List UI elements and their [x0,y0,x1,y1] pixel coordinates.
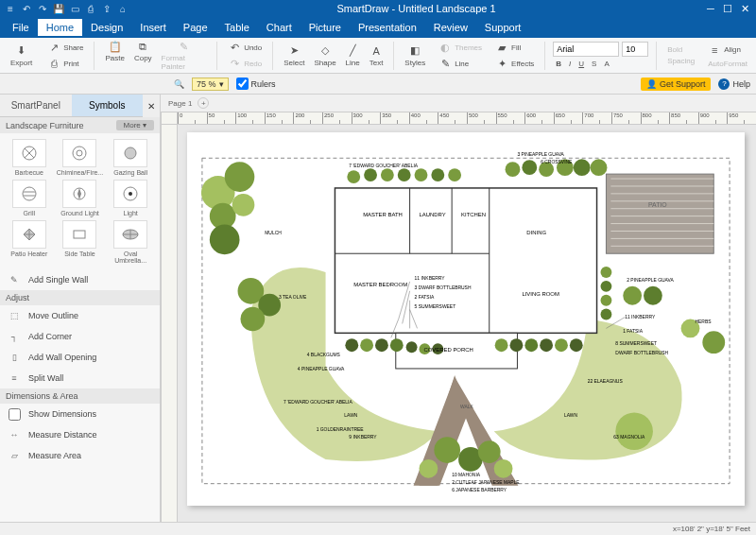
select-button[interactable]: ➤Select [281,43,307,68]
svg-text:11 INKBERRY: 11 INKBERRY [415,276,446,281]
bold-button[interactable]: B [553,59,564,69]
menu-presentation[interactable]: Presentation [350,19,425,36]
split-icon: ≡ [8,371,21,385]
move-outline[interactable]: ⬚Move Outline [0,305,160,326]
new-icon[interactable]: ▭ [68,2,81,15]
qat-menu-icon[interactable]: ≡ [4,2,17,15]
panel-close-button[interactable]: ✕ [143,95,160,117]
rulers-toggle[interactable]: Rulers [236,78,276,90]
add-corner[interactable]: ┐Add Corner [0,326,160,347]
zoom-level[interactable]: 75 %▾ [192,78,229,91]
symbol-gazing-ball[interactable]: Gazing Ball [107,139,154,176]
align-button[interactable]: ≡Align [705,43,750,58]
styles-button[interactable]: ◧Styles [402,43,428,68]
svg-text:22 ELAEAGNUS: 22 ELAEAGNUS [588,379,624,384]
fontsize-select[interactable] [622,42,648,57]
show-dimensions[interactable]: Show Dimensions [0,404,160,424]
svg-point-74 [644,286,662,305]
rulers-checkbox[interactable] [236,78,249,90]
landscape-drawing[interactable]: MASTER BATH LAUNDRY KITCHEN DINING MASTE… [195,140,737,498]
tab-smartpanel[interactable]: SmartPanel [0,95,72,117]
symbol-oval-umbrella[interactable]: Oval Umbrella... [107,220,154,264]
undo-button[interactable]: ↶Undo [225,40,265,55]
redo-icon[interactable]: ↷ [36,2,49,15]
add-wall-opening[interactable]: ▯Add Wall Opening [0,347,160,368]
minimize-button[interactable]: ─ [703,2,718,15]
svg-text:4 PINEAPPLE GUAVA: 4 PINEAPPLE GUAVA [298,367,345,371]
menu-home[interactable]: Home [38,19,82,36]
home-icon[interactable]: ⌂ [116,2,129,15]
print-button[interactable]: ⎙Print [44,56,86,71]
print-icon[interactable]: ⎙ [84,2,97,15]
redo-button[interactable]: ↷Redo [225,56,265,71]
menu-insert[interactable]: Insert [131,19,175,36]
menu-review[interactable]: Review [425,19,476,36]
symbol-side-table[interactable]: Side Table [57,220,104,264]
strike-button[interactable]: S [589,59,599,69]
more-button[interactable]: More ▾ [116,120,154,130]
menu-chart[interactable]: Chart [258,19,301,36]
svg-point-45 [448,168,461,181]
copy-button[interactable]: ⧉Copy [131,39,155,72]
autoformat-button[interactable]: AutoFormat [705,59,750,69]
share-button[interactable]: ↗Share [44,40,86,55]
zoom-search-icon[interactable]: 🔍 [174,79,184,89]
fill-button[interactable]: ▰Fill [492,40,537,55]
add-single-wall[interactable]: ✎Add Single Wall [0,269,160,290]
copy-icon: ⧉ [136,40,149,53]
italic-button[interactable]: I [566,59,574,69]
menu-page[interactable]: Page [175,19,216,36]
ruler-icon: ↔ [8,428,21,441]
measure-area[interactable]: ▱Measure Area [0,445,160,466]
paste-button[interactable]: 📋Paste [102,39,127,72]
font-select[interactable] [553,42,619,57]
symbol-patio-heater[interactable]: Patio Heater [6,220,53,264]
menu-support[interactable]: Support [476,19,530,36]
close-button[interactable]: ✕ [737,2,752,15]
symbol-ground-light[interactable]: Ground Light [57,180,104,216]
symbol-light[interactable]: Light [107,180,154,216]
undo-icon[interactable]: ↶ [20,2,33,15]
canvas-viewport[interactable]: MASTER BATH LAUNDRY KITCHEN DINING MASTE… [178,125,756,522]
save-icon[interactable]: 💾 [52,2,65,15]
shape-button[interactable]: ◇Shape [311,43,338,68]
format-painter-button[interactable]: ✎Format Painter [159,39,210,72]
add-page-button[interactable]: + [198,97,209,109]
line-button[interactable]: ╱Line [343,43,363,68]
menu-picture[interactable]: Picture [301,19,350,36]
menu-table[interactable]: Table [216,19,258,36]
svg-point-54 [240,307,265,332]
help-button[interactable]: ?Help [718,78,750,90]
canvas-page[interactable]: MASTER BATH LAUNDRY KITCHEN DINING MASTE… [187,132,745,506]
coordinates: x=108' 2" y=18' 5" Feet [673,525,750,533]
text-button[interactable]: AText [367,43,387,68]
tab-symbols[interactable]: Symbols [72,95,144,117]
svg-text:10 MAHONIA: 10 MAHONIA [452,473,481,477]
fontcolor-button[interactable]: A [601,59,611,69]
spacing-button[interactable]: Spacing [664,56,697,66]
split-wall[interactable]: ≡Split Wall [0,368,160,388]
underline-button[interactable]: U [576,59,587,69]
maximize-button[interactable]: ☐ [720,2,735,15]
svg-point-51 [591,159,608,176]
symbol-barbecue[interactable]: Barbecue [6,139,53,176]
adjust-header: Adjust [0,290,160,305]
symbol-chiminea[interactable]: Chiminea/Fire... [57,139,104,176]
export-icon[interactable]: ⇪ [100,2,113,15]
menu-file[interactable]: File [4,19,38,36]
svg-text:LAWN: LAWN [564,413,578,418]
get-support-button[interactable]: 👤Get Support [641,78,712,91]
menu-design[interactable]: Design [82,19,131,36]
svg-text:5 SUMMERSWEET: 5 SUMMERSWEET [415,304,456,309]
export-button[interactable]: ⬇Export [8,43,35,68]
themes-button[interactable]: ◐Themes [436,40,485,55]
line-style-button[interactable]: ✎Line [436,56,485,71]
export-icon: ⬇ [15,44,28,58]
svg-point-46 [506,162,521,177]
effects-button[interactable]: ✦Effects [492,56,537,71]
measure-distance[interactable]: ↔Measure Distance [0,424,160,445]
symbol-grill[interactable]: Grill [6,180,53,216]
show-dim-checkbox[interactable] [9,408,21,421]
r-bold-button[interactable]: Bold [664,44,697,55]
shape-icon: ◇ [318,44,332,58]
